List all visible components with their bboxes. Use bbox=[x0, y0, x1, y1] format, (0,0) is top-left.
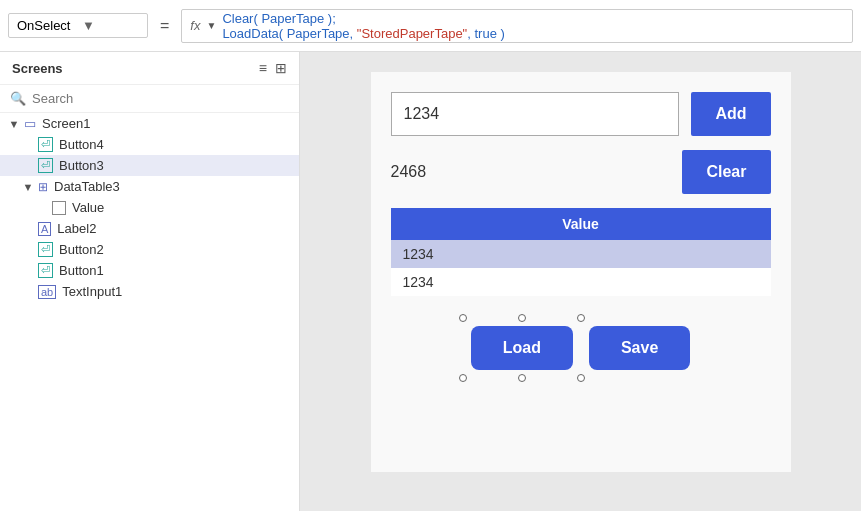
handle-br[interactable] bbox=[577, 374, 585, 382]
textinput-icon: ab bbox=[38, 285, 56, 299]
sidebar-item-label: Label2 bbox=[57, 221, 96, 236]
value-label: 2468 bbox=[391, 163, 671, 181]
sidebar-item-label: Value bbox=[72, 200, 104, 215]
formula-line1: Clear( PaperTape ); bbox=[222, 11, 335, 26]
load-button[interactable]: Load bbox=[471, 326, 573, 370]
sidebar-title: Screens bbox=[12, 61, 63, 76]
clear-button[interactable]: Clear bbox=[682, 150, 770, 194]
sidebar-item-button3[interactable]: ⏎ Button3 bbox=[0, 155, 299, 176]
add-button[interactable]: Add bbox=[691, 92, 770, 136]
sidebar-item-label2[interactable]: A Label2 bbox=[0, 218, 299, 239]
toggle-icon: ▼ bbox=[8, 118, 20, 130]
canvas-area: Add 2468 Clear Value 1234 bbox=[300, 52, 861, 511]
sidebar-item-button1[interactable]: ⏎ Button1 bbox=[0, 260, 299, 281]
text-input-field[interactable] bbox=[391, 92, 680, 136]
table-cell: 1234 bbox=[391, 268, 771, 296]
input-add-row: Add bbox=[391, 92, 771, 136]
handle-tc[interactable] bbox=[518, 314, 526, 322]
chevron-down-icon: ▼ bbox=[82, 18, 139, 33]
event-dropdown-label: OnSelect bbox=[17, 18, 74, 33]
app-canvas: Add 2468 Clear Value 1234 bbox=[371, 72, 791, 472]
top-bar: OnSelect ▼ = fx ▼ Clear( PaperTape ); Lo… bbox=[0, 0, 861, 52]
list-view-icon[interactable]: ≡ bbox=[259, 60, 267, 76]
formula-line2: LoadData( PaperTape, "StoredPaperTape", … bbox=[222, 26, 504, 41]
label-icon: A bbox=[38, 222, 51, 236]
handle-bc[interactable] bbox=[518, 374, 526, 382]
data-table: Value 1234 1234 bbox=[391, 208, 771, 296]
bottom-buttons-row: Load Save bbox=[391, 326, 771, 370]
sidebar-item-textinput1[interactable]: ab TextInput1 bbox=[0, 281, 299, 302]
sidebar-item-button4[interactable]: ⏎ Button4 bbox=[0, 134, 299, 155]
tree: ▼ ▭ Screen1 ⏎ Button4 ⏎ Button3 ▼ ⊞ Data… bbox=[0, 113, 299, 511]
fx-chevron-icon[interactable]: ▼ bbox=[206, 20, 216, 31]
sidebar-item-screen1[interactable]: ▼ ▭ Screen1 bbox=[0, 113, 299, 134]
button-icon: ⏎ bbox=[38, 158, 53, 173]
table-row: 1234 bbox=[391, 240, 771, 268]
search-input[interactable] bbox=[32, 91, 289, 106]
sidebar: Screens ≡ ⊞ 🔍 ▼ ▭ Screen1 ⏎ Button4 bbox=[0, 52, 300, 511]
button-icon: ⏎ bbox=[38, 137, 53, 152]
load-button-container: Load bbox=[471, 326, 573, 370]
sidebar-item-label: TextInput1 bbox=[62, 284, 122, 299]
sidebar-item-label: Button2 bbox=[59, 242, 104, 257]
sidebar-header: Screens ≡ ⊞ bbox=[0, 52, 299, 85]
toggle-icon: ▼ bbox=[22, 181, 34, 193]
search-icon: 🔍 bbox=[10, 91, 26, 106]
sidebar-item-value-col[interactable]: Value bbox=[0, 197, 299, 218]
fx-label: fx bbox=[190, 18, 200, 33]
formula-content[interactable]: Clear( PaperTape ); LoadData( PaperTape,… bbox=[222, 11, 844, 41]
search-bar: 🔍 bbox=[0, 85, 299, 113]
screen-icon: ▭ bbox=[24, 116, 36, 131]
handle-tr[interactable] bbox=[577, 314, 585, 322]
event-dropdown[interactable]: OnSelect ▼ bbox=[8, 13, 148, 38]
datatable-icon: ⊞ bbox=[38, 180, 48, 194]
button-icon: ⏎ bbox=[38, 242, 53, 257]
label-clear-row: 2468 Clear bbox=[391, 150, 771, 194]
sidebar-item-label: DataTable3 bbox=[54, 179, 120, 194]
main-layout: Screens ≡ ⊞ 🔍 ▼ ▭ Screen1 ⏎ Button4 bbox=[0, 52, 861, 511]
sidebar-item-datatable3[interactable]: ▼ ⊞ DataTable3 bbox=[0, 176, 299, 197]
sidebar-item-label: Button3 bbox=[59, 158, 104, 173]
table-row: 1234 bbox=[391, 268, 771, 296]
table-cell: 1234 bbox=[391, 240, 771, 268]
sidebar-item-label: Button1 bbox=[59, 263, 104, 278]
formula-bar: fx ▼ Clear( PaperTape ); LoadData( Paper… bbox=[181, 9, 853, 43]
checkbox-icon bbox=[52, 201, 66, 215]
handle-tl[interactable] bbox=[459, 314, 467, 322]
sidebar-item-label: Screen1 bbox=[42, 116, 90, 131]
equals-icon: = bbox=[156, 17, 173, 35]
grid-view-icon[interactable]: ⊞ bbox=[275, 60, 287, 76]
sidebar-item-label: Button4 bbox=[59, 137, 104, 152]
save-button[interactable]: Save bbox=[589, 326, 690, 370]
sidebar-icons: ≡ ⊞ bbox=[259, 60, 287, 76]
handle-bl[interactable] bbox=[459, 374, 467, 382]
sidebar-item-button2[interactable]: ⏎ Button2 bbox=[0, 239, 299, 260]
table-header-value: Value bbox=[391, 208, 771, 240]
button-icon: ⏎ bbox=[38, 263, 53, 278]
